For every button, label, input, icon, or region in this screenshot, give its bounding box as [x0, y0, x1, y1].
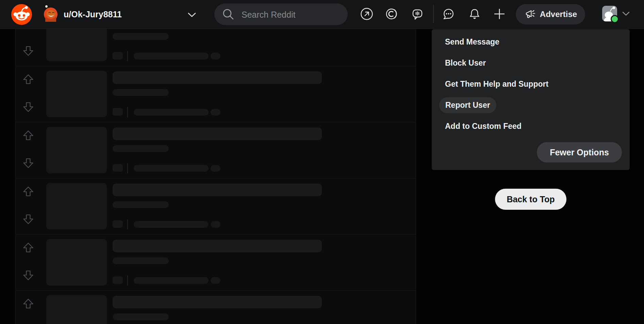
search-input[interactable]	[241, 8, 341, 21]
post-skeleton-row	[16, 291, 416, 324]
downvote-button[interactable]	[23, 102, 34, 113]
menu-item-report-user[interactable]: Report User	[432, 95, 630, 116]
post-meta-divider	[127, 51, 128, 61]
post-meta-placeholder	[134, 221, 209, 228]
advertise-label: Advertise	[540, 10, 577, 19]
chat-button[interactable]	[439, 5, 458, 23]
talk-button[interactable]	[408, 5, 427, 23]
online-status-dot	[611, 15, 619, 23]
downvote-button[interactable]	[23, 270, 34, 281]
post-meta-placeholder	[211, 53, 220, 59]
downvote-button[interactable]	[23, 158, 34, 169]
profile-username: u/Ok-Jury8811	[64, 3, 122, 26]
notifications-button[interactable]	[465, 5, 484, 23]
post-feed	[15, 29, 416, 324]
post-meta-placeholder	[134, 277, 209, 284]
talk-bubble-icon	[411, 7, 424, 21]
post-meta-divider	[127, 219, 128, 229]
advertise-button[interactable]: Advertise	[516, 4, 585, 24]
upvote-button[interactable]	[23, 298, 34, 309]
post-subtitle-placeholder	[113, 313, 169, 320]
upvote-button[interactable]	[23, 242, 34, 253]
post-thumbnail-placeholder	[46, 295, 107, 324]
post-meta-divider	[127, 163, 128, 173]
post-title-placeholder	[113, 240, 322, 252]
post-subtitle-placeholder	[113, 89, 169, 96]
post-meta-placeholder	[113, 164, 123, 172]
nav-divider	[433, 5, 434, 23]
menu-item-block-user[interactable]: Block User	[432, 52, 630, 73]
chevron-down-icon	[187, 12, 196, 18]
post-title-placeholder	[113, 127, 322, 140]
upvote-button[interactable]	[23, 130, 34, 141]
post-skeleton-row	[16, 178, 416, 235]
post-subtitle-placeholder	[113, 33, 169, 40]
back-to-top-button[interactable]: Back to Top	[495, 189, 566, 210]
post-meta-divider	[127, 275, 128, 286]
post-meta-placeholder	[113, 220, 123, 228]
coins-button[interactable]	[383, 5, 401, 23]
reddit-profile-page: u/Ok-Jury8811	[0, 0, 644, 324]
plus-icon	[493, 7, 506, 21]
bell-icon	[468, 7, 481, 21]
report-user-highlight: Report User	[439, 97, 496, 113]
account-menu-button[interactable]	[602, 6, 617, 21]
post-meta-placeholder	[211, 277, 220, 284]
post-skeleton-row	[16, 66, 416, 122]
user-options-menu: Send Message Block User Get Them Help an…	[432, 29, 630, 170]
downvote-button[interactable]	[23, 214, 34, 225]
menu-item-add-to-custom-feed[interactable]: Add to Custom Feed	[432, 116, 630, 137]
post-meta-placeholder	[211, 221, 220, 228]
user-avatar	[43, 5, 58, 22]
post-meta-placeholder	[134, 165, 209, 172]
post-meta-placeholder	[211, 165, 220, 172]
post-thumbnail-placeholder	[46, 29, 107, 61]
post-meta-placeholder	[113, 108, 123, 116]
post-meta-divider	[127, 107, 128, 117]
post-skeleton-row	[16, 235, 416, 291]
chat-bubble-icon	[442, 7, 455, 21]
reddit-logo[interactable]	[11, 4, 32, 25]
post-thumbnail-placeholder	[46, 71, 107, 117]
post-title-placeholder	[113, 296, 322, 308]
post-title-placeholder	[113, 184, 322, 196]
create-post-button[interactable]	[490, 5, 509, 23]
menu-item-send-message[interactable]: Send Message	[432, 31, 630, 52]
top-nav-bar: u/Ok-Jury8811	[0, 0, 644, 29]
fewer-options-button[interactable]: Fewer Options	[537, 142, 622, 163]
post-meta-placeholder	[211, 109, 220, 116]
post-subtitle-placeholder	[113, 257, 169, 264]
coin-icon	[385, 7, 399, 21]
post-meta-placeholder	[113, 52, 123, 59]
search-icon	[222, 8, 235, 21]
arrow-up-right-circle-icon	[360, 7, 374, 21]
post-subtitle-placeholder	[113, 145, 169, 152]
post-meta-placeholder	[134, 53, 209, 59]
profile-dropdown-button[interactable]: u/Ok-Jury8811	[40, 3, 200, 26]
megaphone-icon	[524, 8, 536, 20]
post-meta-placeholder	[113, 276, 123, 284]
menu-item-get-help[interactable]: Get Them Help and Support	[432, 73, 630, 95]
post-skeleton-row	[16, 122, 416, 178]
post-thumbnail-placeholder	[46, 127, 107, 173]
account-chevron-down-icon	[622, 11, 630, 16]
snoo-face-icon	[11, 4, 32, 25]
search-bar[interactable]	[214, 3, 348, 25]
popular-button[interactable]	[358, 5, 376, 23]
upvote-button[interactable]	[23, 186, 34, 197]
downvote-button[interactable]	[23, 46, 34, 56]
post-meta-placeholder	[134, 109, 209, 116]
post-subtitle-placeholder	[113, 201, 169, 208]
post-thumbnail-placeholder	[46, 239, 107, 286]
post-skeleton-row	[16, 29, 416, 66]
upvote-button[interactable]	[23, 74, 34, 85]
post-title-placeholder	[113, 71, 322, 84]
post-thumbnail-placeholder	[46, 183, 107, 229]
